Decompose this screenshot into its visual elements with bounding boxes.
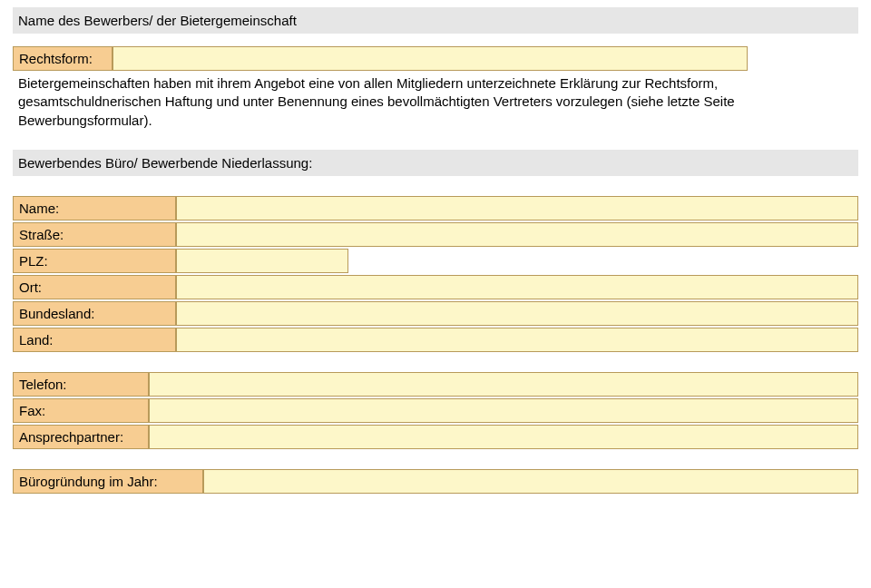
input-cell-telefon — [149, 372, 858, 397]
input-cell-rechtsform — [113, 46, 748, 71]
input-cell-strasse — [176, 222, 858, 247]
input-cell-plz — [176, 249, 348, 273]
input-plz[interactable] — [177, 250, 347, 272]
input-name[interactable] — [177, 197, 857, 220]
paragraph-rechtsform-info: Bietergemeinschaften haben mit ihrem Ang… — [13, 73, 858, 132]
row-buerogruendung: Bürogründung im Jahr: — [13, 469, 858, 494]
row-rechtsform: Rechtsform: — [13, 46, 858, 71]
label-ort: Ort: — [13, 275, 176, 299]
label-name: Name: — [13, 196, 176, 220]
label-plz: PLZ: — [13, 249, 176, 273]
spacer — [13, 451, 858, 469]
row-plz: PLZ: — [13, 249, 858, 273]
label-bundesland: Bundesland: — [13, 301, 176, 326]
input-cell-fax — [149, 398, 858, 423]
input-ansprechpartner[interactable] — [150, 426, 857, 448]
label-ansprechpartner: Ansprechpartner: — [13, 425, 149, 449]
label-land: Land: — [13, 328, 176, 352]
input-land[interactable] — [177, 328, 857, 351]
input-cell-buerogruendung — [203, 469, 858, 494]
row-strasse: Straße: — [13, 222, 858, 247]
input-cell-ansprechpartner — [149, 425, 858, 449]
input-rechtsform[interactable] — [113, 47, 747, 70]
input-buerogruendung[interactable] — [204, 470, 857, 493]
spacer — [13, 35, 858, 46]
row-ansprechpartner: Ansprechpartner: — [13, 425, 858, 449]
input-cell-bundesland — [176, 301, 858, 326]
row-ort: Ort: — [13, 275, 858, 299]
label-buerogruendung: Bürogründung im Jahr: — [13, 469, 203, 494]
input-fax[interactable] — [150, 399, 857, 422]
input-ort[interactable] — [177, 276, 857, 299]
input-cell-land — [176, 328, 858, 352]
row-telefon: Telefon: — [13, 372, 858, 397]
input-strasse[interactable] — [177, 223, 857, 246]
input-telefon[interactable] — [150, 373, 857, 396]
row-fax: Fax: — [13, 398, 858, 423]
row-bundesland: Bundesland: — [13, 301, 858, 326]
spacer — [13, 178, 858, 196]
row-name: Name: — [13, 196, 858, 220]
section-header-office: Bewerbendes Büro/ Bewerbende Niederlassu… — [13, 150, 858, 176]
label-rechtsform: Rechtsform: — [13, 46, 113, 71]
row-land: Land: — [13, 328, 858, 352]
spacer — [13, 354, 858, 372]
section-header-applicant: Name des Bewerbers/ der Bietergemeinscha… — [13, 7, 858, 34]
input-bundesland[interactable] — [177, 302, 857, 325]
input-cell-ort — [176, 275, 858, 299]
input-cell-name — [176, 196, 858, 220]
label-telefon: Telefon: — [13, 372, 149, 397]
label-strasse: Straße: — [13, 222, 176, 247]
label-fax: Fax: — [13, 398, 149, 423]
spacer — [13, 132, 858, 150]
